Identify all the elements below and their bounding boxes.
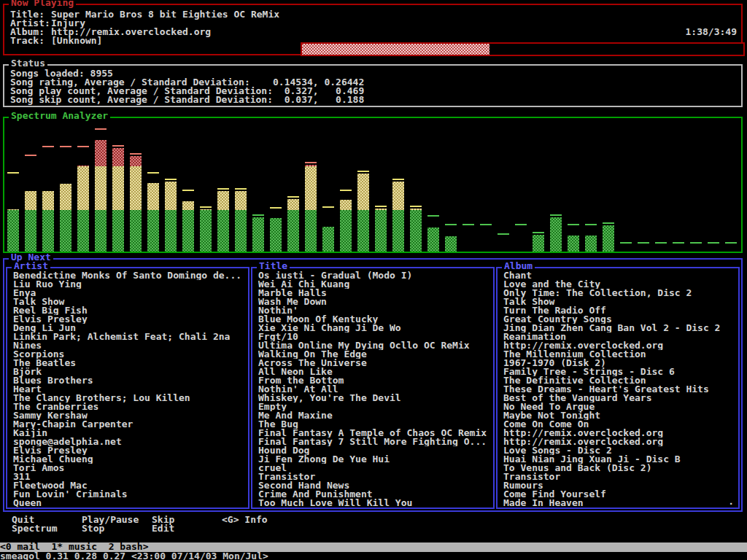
spectrum-peak	[182, 190, 194, 191]
spectrum-bar-green-segment	[603, 225, 614, 252]
playlist-row[interactable]: Jing Dian Zhen Cang Ban Vol 2 - Disc 2	[503, 324, 738, 332]
playlist-row[interactable]: Marble Halls	[258, 289, 493, 298]
playlist-row[interactable]: http://remix.overclocked.org	[503, 341, 738, 350]
playlist-row[interactable]: Talk Show	[13, 298, 248, 306]
playlist-row[interactable]: Wei Ai Chi Kuang	[258, 280, 493, 289]
playlist-row[interactable]: Blues Brothers	[13, 376, 248, 385]
playlist-row[interactable]: Linkin Park; Alchemist Feat; Chali 2na	[13, 332, 248, 341]
playlist-row[interactable]: Heart	[13, 385, 248, 394]
playlist-row[interactable]: 1967-1970 (Disk 2)	[503, 359, 738, 368]
playlist-row[interactable]: Huai Nian Jing Xuan Ji - Disc B	[503, 455, 738, 464]
playlist-row[interactable]: Chant	[503, 271, 738, 280]
playlist-row[interactable]: No Need To Argue	[503, 402, 738, 411]
playlist-row[interactable]: Great Country Songs	[503, 315, 738, 324]
playlist-row[interactable]: Deng Li Jun	[13, 324, 248, 332]
playlist-row[interactable]: Kaijin	[13, 429, 248, 438]
playlist-row[interactable]: Come Find Yourself	[503, 490, 738, 499]
spectrum-bar-green-segment	[392, 210, 404, 252]
playlist-row[interactable]: Nothin' At All	[258, 385, 493, 394]
playlist-row[interactable]: Rumours	[503, 481, 738, 490]
playlist-row[interactable]: The Millennium Collection	[503, 350, 738, 359]
spectrum-bar-green-segment	[42, 210, 54, 252]
playlist-row[interactable]: Nines	[13, 341, 248, 350]
playlist-row[interactable]: Wash Me Down	[258, 298, 493, 306]
playlist-row[interactable]: Ultima Online My Dying Ocllo OC ReMix	[258, 341, 493, 350]
playlist-row[interactable]: From the Bottom	[258, 376, 493, 385]
playlist-row[interactable]: The Beatles	[13, 359, 248, 368]
playlist-row[interactable]: Enya	[13, 289, 248, 298]
playlist-row[interactable]: Ji Fen Zhong De Yue Hui	[258, 455, 493, 464]
playlist-row[interactable]: Elvis Presley	[13, 446, 248, 455]
playlist-row[interactable]: Liu Ruo Ying	[13, 280, 248, 289]
playlist-row[interactable]: http://remix.overclocked.org	[503, 438, 738, 446]
spectrum-peak	[515, 224, 527, 225]
playlist-row[interactable]: Only Time: The Collection, Disc 2	[503, 289, 738, 298]
playlist-row[interactable]: Love and the City	[503, 280, 738, 289]
spectrum-peak	[60, 146, 71, 147]
playlist-row[interactable]: Talk Show	[503, 298, 738, 306]
playlist-row[interactable]: Turn The Radio Off	[503, 306, 738, 315]
spectrum-bars	[7, 124, 740, 252]
playlist-row[interactable]: Made In Heaven	[503, 499, 738, 508]
playlist-row[interactable]: To Venus and Back (Disc 2)	[503, 464, 738, 472]
now-playing-field-label: Track:	[10, 36, 51, 45]
playlist-row[interactable]: Final Fantasy 7 Still More Fighting O...	[258, 438, 493, 446]
playlist-row[interactable]: Queen	[13, 499, 248, 508]
spectrum-bar-yellow-segment	[305, 166, 317, 210]
spectrum-peak	[95, 128, 107, 130]
spectrum-bar-green-segment	[165, 210, 177, 252]
spectrum-bar-fill	[533, 235, 544, 252]
playlist-row[interactable]: Björk	[13, 368, 248, 376]
playlist-row[interactable]: Reanimation	[503, 332, 738, 341]
playlist-row[interactable]: Fleetwood Mac	[13, 481, 248, 490]
playlist-row[interactable]: The Definitive Collection	[503, 376, 738, 385]
playlist-row[interactable]: All Neon Like	[258, 368, 493, 376]
playlist-row[interactable]: Second Hand News	[258, 481, 493, 490]
playlist-row[interactable]: Os iusti - Gradual (Modo I)	[258, 271, 493, 280]
playlist-row[interactable]: cruel	[258, 464, 493, 472]
spectrum-bar	[287, 124, 299, 252]
playlist-row[interactable]: The Bug	[258, 420, 493, 429]
playlist-row[interactable]: Maybe Not Tonight	[503, 411, 738, 420]
playlist-row[interactable]: Love Songs - Disc 2	[503, 446, 738, 455]
playlist-row[interactable]: Xie Xie Ni Chang Ji De Wo	[258, 324, 493, 332]
playlist-row[interactable]: Whiskey, You're The Devil	[258, 394, 493, 402]
playlist-row[interactable]: sponge@adelphia.net	[13, 438, 248, 446]
playlist-row[interactable]: Me And Maxine	[258, 411, 493, 420]
playlist-row[interactable]: Scorpions	[13, 350, 248, 359]
progress-bar[interactable]	[301, 42, 745, 56]
spectrum-bar-fill	[147, 183, 159, 252]
playlist-row[interactable]: Sammy Kershaw	[13, 411, 248, 420]
playlist-row[interactable]: Michael Chueng	[13, 455, 248, 464]
playlist-row[interactable]: Nothin'	[258, 306, 493, 315]
playlist-row[interactable]: Final Fantasy A Temple of Chaos OC Remix	[258, 429, 493, 438]
playlist-row[interactable]: Tori Amos	[13, 464, 248, 472]
playlist-row[interactable]: Reel Big Fish	[13, 306, 248, 315]
playlist-row[interactable]: http://remix.overclocked.org	[503, 429, 738, 438]
spectrum-bar-green-segment	[252, 217, 264, 252]
playlist-row[interactable]: Blue Moon Of Kentucky	[258, 315, 493, 324]
playlist-row[interactable]: Benedictine Monks Of Santo Domingo de...	[13, 271, 248, 280]
playlist-row[interactable]: Elvis Presley	[13, 315, 248, 324]
playlist-row[interactable]: These Dreams - Heart's Greatest Hits	[503, 385, 738, 394]
playlist-row[interactable]: Come On Come On	[503, 420, 738, 429]
playlist-row[interactable]: Transistor	[503, 472, 738, 481]
playlist-row[interactable]: 311	[13, 472, 248, 481]
playlist-row[interactable]: The Cranberries	[13, 402, 248, 411]
playlist-row[interactable]: Fun Lovin' Criminals	[13, 490, 248, 499]
spectrum-bar-green-segment	[95, 210, 107, 252]
playlist-row[interactable]: Empty	[258, 402, 493, 411]
playlist-row[interactable]: Best of the Vanguard Years	[503, 394, 738, 402]
playlist-row[interactable]: Family Tree - Strings - Disc 6	[503, 368, 738, 376]
spectrum-bar	[603, 124, 614, 252]
playlist-row[interactable]: Across The Universe	[258, 359, 493, 368]
playlist-row[interactable]: The Clancy Brothers; Lou Killen	[13, 394, 248, 402]
playlist-row[interactable]: Frgt/10	[258, 332, 493, 341]
playlist-row[interactable]: Too Much Love Will Kill You	[258, 499, 493, 508]
playlist-row[interactable]: Transistor	[258, 472, 493, 481]
playlist-row[interactable]: Crime And Punishment	[258, 490, 493, 499]
spectrum-bar-yellow-segment	[42, 191, 54, 210]
playlist-row[interactable]: Hound Dog	[258, 446, 493, 455]
playlist-row[interactable]: Walking On The Edge	[258, 350, 493, 359]
playlist-row[interactable]: Mary-Chapin Carpenter	[13, 420, 248, 429]
